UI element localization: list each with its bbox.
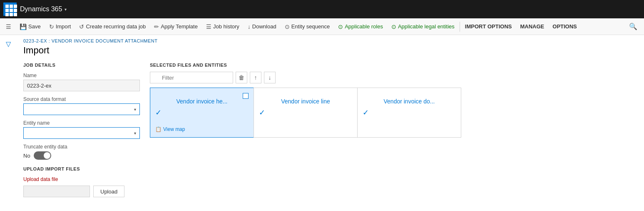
truncate-entity-label: Truncate entity data — [23, 144, 140, 150]
import-icon: ↻ — [49, 23, 54, 30]
upload-section: UPLOAD IMPORT FILES Upload data file Upl… — [23, 166, 140, 197]
manage-label: MANAGE — [520, 23, 545, 30]
breadcrumb[interactable]: 0223-2-EX : VENDOR INVOICE DOCUMENT ATTA… — [23, 38, 637, 43]
entity-name-label: Entity name — [23, 120, 140, 126]
app-title[interactable]: Dynamics 365 ▾ — [20, 5, 67, 13]
move-up-button[interactable]: ↑ — [250, 72, 261, 83]
entity-seq-icon: ⊙ — [285, 23, 290, 30]
download-icon: ↓ — [248, 23, 251, 30]
entity-filter-input[interactable] — [150, 72, 233, 83]
download-label: Download — [252, 23, 276, 30]
download-button[interactable]: ↓ Download — [244, 18, 281, 35]
upload-button-label: Upload — [100, 188, 117, 195]
truncate-value: No — [23, 153, 30, 159]
entity-card-1[interactable]: ✓ Vendor invoice he... 📋 View map — [150, 88, 254, 138]
separator-1 — [460, 22, 460, 32]
upload-row: Upload — [23, 186, 140, 197]
job-history-button[interactable]: ☰ Job history — [202, 18, 244, 35]
source-data-format-group: Source data format ▾ — [23, 96, 140, 115]
app-grid-button[interactable] — [3, 3, 17, 16]
entity-card-viewmap-1[interactable]: 📋 View map — [155, 126, 185, 132]
entity-card-2[interactable]: ✓ Vendor invoice line — [254, 88, 358, 138]
import-options-label: IMPORT OPTIONS — [465, 23, 512, 30]
main-area: ▽ 0223-2-EX : VENDOR INVOICE DOCUMENT AT… — [0, 35, 644, 201]
entity-card-checkbox-1[interactable] — [243, 93, 249, 99]
template-icon: ✏ — [154, 23, 159, 30]
content-area: 0223-2-EX : VENDOR INVOICE DOCUMENT ATTA… — [17, 35, 644, 201]
entity-card-check-2: ✓ — [259, 108, 265, 117]
entity-panel: SELECTED FILES AND ENTITIES 🔍 🗑 ↑ ↓ — [150, 63, 637, 197]
app-title-chevron: ▾ — [65, 7, 67, 12]
entity-card-check-3: ✓ — [363, 108, 369, 117]
menu-button[interactable]: ☰ — [2, 18, 15, 35]
name-label: Name — [23, 73, 140, 78]
entity-name-arrow: ▾ — [134, 131, 136, 136]
truncate-row: No — [23, 151, 140, 160]
create-recurring-label: Create recurring data job — [86, 23, 146, 30]
viewmap-icon-1: 📋 — [155, 126, 162, 132]
source-data-format-label: Source data format — [23, 96, 140, 102]
entity-toolbar: 🔍 🗑 ↑ ↓ — [150, 72, 637, 83]
entity-sequence-button[interactable]: ⊙ Entity sequence — [281, 18, 334, 35]
entity-name-select[interactable]: ▾ — [23, 127, 140, 139]
roles-icon: ⊙ — [338, 23, 343, 30]
import-button[interactable]: ↻ Import — [45, 18, 75, 35]
name-input[interactable] — [23, 80, 140, 91]
filter-icon[interactable]: ▽ — [6, 40, 11, 48]
entity-card-name-1: Vendor invoice he... — [157, 95, 247, 108]
applicable-legal-label: Applicable legal entities — [398, 23, 455, 30]
applicable-legal-button[interactable]: ⊙ Applicable legal entities — [387, 18, 459, 35]
recurring-icon: ↺ — [79, 23, 84, 30]
name-field-group: Name — [23, 73, 140, 91]
applicable-roles-label: Applicable roles — [345, 23, 383, 30]
job-history-label: Job history — [213, 23, 239, 30]
viewmap-label-1: View map — [163, 126, 185, 132]
delete-icon: 🗑 — [239, 74, 244, 81]
entity-card-3[interactable]: ✓ Vendor invoice do... — [357, 88, 461, 138]
entity-name-group: Entity name ▾ — [23, 120, 140, 139]
save-icon: 💾 — [20, 23, 27, 30]
upload-file-input[interactable] — [23, 186, 90, 197]
options-label: OPTIONS — [552, 23, 577, 30]
delete-entity-button[interactable]: 🗑 — [236, 72, 247, 83]
move-down-button[interactable]: ↓ — [264, 72, 276, 83]
history-icon: ☰ — [206, 23, 211, 30]
entities-section-title: SELECTED FILES AND ENTITIES — [150, 63, 637, 68]
entity-card-name-3: Vendor invoice do... — [364, 95, 454, 108]
create-recurring-button[interactable]: ↺ Create recurring data job — [75, 18, 150, 35]
source-data-format-arrow: ▾ — [134, 107, 136, 112]
import-options-button[interactable]: IMPORT OPTIONS — [461, 18, 516, 35]
entity-cards: ✓ Vendor invoice he... 📋 View map ✓ Vend… — [150, 88, 637, 138]
import-label: Import — [56, 23, 71, 30]
form-panel: JOB DETAILS Name Source data format ▾ En… — [23, 63, 140, 197]
entity-sequence-label: Entity sequence — [291, 23, 330, 30]
source-data-format-select[interactable]: ▾ — [23, 103, 140, 115]
legal-icon: ⊙ — [391, 23, 396, 30]
up-arrow-icon: ↑ — [254, 74, 257, 81]
apply-template-label: Apply Template — [161, 23, 198, 30]
upload-button[interactable]: Upload — [93, 186, 124, 197]
entity-card-name-2: Vendor invoice line — [261, 95, 351, 108]
truncate-toggle[interactable] — [34, 151, 51, 160]
page-title: Import — [23, 45, 637, 56]
filter-wrap: 🔍 — [150, 72, 233, 83]
options-button[interactable]: OPTIONS — [548, 18, 581, 35]
applicable-roles-button[interactable]: ⊙ Applicable roles — [334, 18, 387, 35]
command-bar: ☰ 💾 Save ↻ Import ↺ Create recurring dat… — [0, 18, 644, 35]
search-icon: 🔍 — [629, 23, 637, 30]
save-button[interactable]: 💾 Save — [15, 18, 45, 35]
down-arrow-icon: ↓ — [269, 74, 271, 81]
top-bar: Dynamics 365 ▾ — [0, 0, 644, 18]
upload-section-title: UPLOAD IMPORT FILES — [23, 166, 140, 171]
global-search-button[interactable]: 🔍 — [624, 18, 642, 35]
left-panel: ▽ — [0, 35, 17, 201]
save-label: Save — [28, 23, 41, 30]
apply-template-button[interactable]: ✏ Apply Template — [150, 18, 202, 35]
manage-button[interactable]: MANAGE — [516, 18, 549, 35]
job-details-title: JOB DETAILS — [23, 63, 140, 68]
app-title-text: Dynamics 365 — [20, 5, 62, 13]
two-col-layout: JOB DETAILS Name Source data format ▾ En… — [23, 63, 637, 197]
truncate-entity-group: Truncate entity data No — [23, 144, 140, 160]
hamburger-icon: ☰ — [6, 23, 11, 30]
entity-card-check-1: ✓ — [155, 108, 162, 117]
